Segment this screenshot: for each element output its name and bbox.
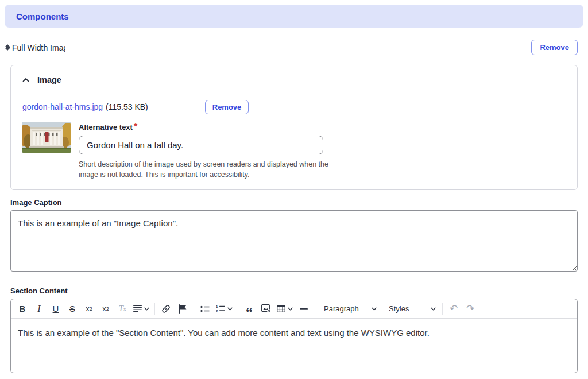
components-title: Components bbox=[16, 11, 69, 21]
chevron-down-icon bbox=[431, 307, 436, 311]
styles-dropdown[interactable]: Styles bbox=[388, 304, 437, 313]
toolbar-separator bbox=[315, 303, 315, 315]
numbered-list-icon: 1 2 bbox=[216, 305, 225, 312]
svg-text:1: 1 bbox=[216, 305, 218, 308]
insert-table-button[interactable] bbox=[277, 305, 293, 312]
drag-reorder-icon[interactable] bbox=[5, 43, 10, 52]
bulleted-list-icon bbox=[200, 305, 210, 312]
bulleted-list-button[interactable] bbox=[199, 302, 211, 316]
align-icon bbox=[133, 305, 142, 312]
flag-button[interactable] bbox=[177, 302, 188, 316]
image-icon bbox=[261, 304, 271, 313]
text-alignment-button[interactable] bbox=[133, 305, 149, 312]
alt-text-input[interactable] bbox=[79, 136, 323, 154]
block-quote-button[interactable]: “ bbox=[243, 302, 255, 316]
remove-format-button[interactable]: Tx bbox=[117, 302, 128, 316]
chevron-up-icon bbox=[22, 78, 29, 82]
image-caption-label: Image Caption bbox=[10, 198, 588, 207]
image-section-toggle[interactable]: Image bbox=[22, 75, 566, 85]
bold-button[interactable]: B bbox=[17, 302, 28, 316]
undo-button[interactable]: ↶ bbox=[448, 302, 459, 316]
toolbar-separator bbox=[154, 303, 155, 315]
required-asterisk: * bbox=[134, 122, 137, 132]
chevron-down-icon bbox=[372, 307, 377, 311]
components-header: Components bbox=[5, 5, 583, 28]
file-row: gordon-hall-at-hms.jpg (115.53 KB) Remov… bbox=[22, 100, 566, 114]
numbered-list-button[interactable]: 1 2 bbox=[216, 305, 233, 312]
file-size: (115.53 KB) bbox=[106, 102, 148, 111]
remove-component-button[interactable]: Remove bbox=[531, 40, 578, 55]
link-icon bbox=[161, 304, 171, 314]
chevron-down-icon bbox=[227, 307, 233, 311]
toolbar-separator bbox=[442, 303, 443, 315]
file-link[interactable]: gordon-hall-at-hms.jpg bbox=[22, 102, 103, 111]
section-content-label: Section Content bbox=[10, 287, 588, 295]
horizontal-rule-button[interactable] bbox=[298, 302, 310, 316]
editor-toolbar: B I U S x2 x2 Tx bbox=[11, 299, 577, 319]
horizontal-rule-icon bbox=[300, 308, 308, 310]
toolbar-separator bbox=[194, 303, 194, 315]
table-icon bbox=[277, 305, 285, 312]
underline-button[interactable]: U bbox=[50, 302, 61, 316]
component-title: Full Width Image bbox=[12, 43, 65, 52]
image-caption-textarea[interactable]: This is an example of an "Image Caption"… bbox=[10, 210, 578, 272]
image-fieldset: Image gordon-hall-at-hms.jpg (115.53 KB)… bbox=[10, 65, 578, 190]
insert-image-button[interactable] bbox=[260, 302, 272, 316]
editor-content-area[interactable]: This is an example of the "Section Conte… bbox=[11, 319, 577, 373]
link-button[interactable] bbox=[160, 302, 172, 316]
component-row: Full Width Image Remove bbox=[5, 40, 578, 55]
chevron-down-icon bbox=[144, 307, 149, 311]
image-section-title: Image bbox=[37, 75, 61, 84]
strikethrough-button[interactable]: S bbox=[67, 302, 78, 316]
superscript-button[interactable]: x2 bbox=[83, 302, 95, 316]
subscript-button[interactable]: x2 bbox=[100, 302, 111, 316]
gordon-hall-thumbnail bbox=[22, 122, 71, 153]
redo-button[interactable]: ↷ bbox=[465, 302, 476, 316]
alt-text-label: Alternative text* bbox=[79, 122, 334, 132]
svg-text:2: 2 bbox=[216, 310, 218, 313]
chevron-down-icon bbox=[288, 307, 293, 311]
wysiwyg-editor: B I U S x2 x2 Tx bbox=[10, 299, 578, 373]
media-row: Alternative text* Short description of t… bbox=[22, 122, 566, 180]
toolbar-separator bbox=[238, 303, 238, 315]
alt-text-help: Short description of the image used by s… bbox=[79, 159, 334, 180]
remove-file-button[interactable]: Remove bbox=[205, 100, 249, 114]
paragraph-dropdown[interactable]: Paragraph bbox=[323, 304, 378, 313]
flag-icon bbox=[179, 304, 187, 314]
italic-button[interactable]: I bbox=[33, 302, 45, 316]
